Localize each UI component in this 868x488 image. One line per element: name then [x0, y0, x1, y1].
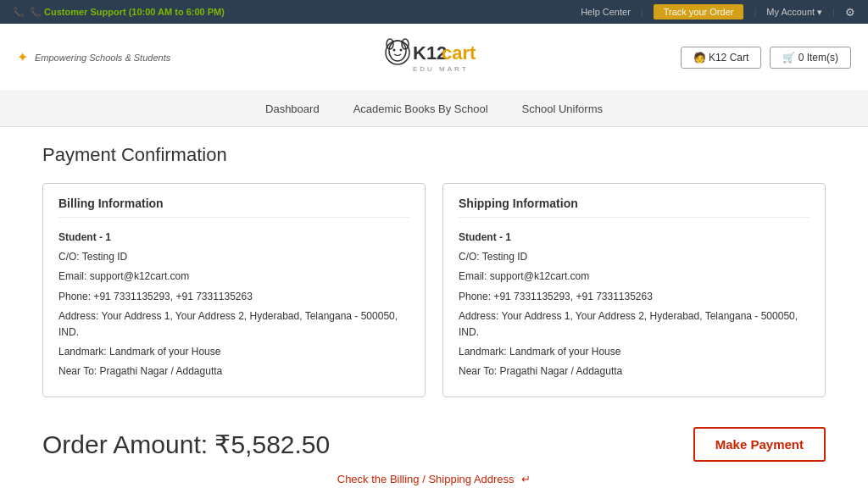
separator-3: |	[832, 7, 835, 17]
settings-icon[interactable]: ⚙	[845, 6, 855, 19]
support-info: 📞 📞 Customer Support (10:00 AM to 6:00 P…	[13, 7, 225, 18]
help-center-link[interactable]: Help Center	[581, 7, 631, 17]
top-bar: 📞 📞 Customer Support (10:00 AM to 6:00 P…	[0, 0, 868, 24]
svg-point-5	[399, 49, 402, 52]
order-row: Order Amount: ₹5,582.50 Make Payment	[42, 419, 826, 466]
main-content: Payment Confirmation Billing Information…	[0, 127, 868, 488]
separator-1: |	[641, 7, 643, 17]
tagline: Empowering Schools & Students	[35, 53, 170, 63]
shipping-near: Near To: Pragathi Nagar / Addagutta	[459, 363, 810, 380]
billing-student: Student - 1	[58, 230, 409, 246]
separator-2: |	[754, 7, 756, 17]
page-title: Payment Confirmation	[42, 144, 826, 166]
star-icon: ✦	[17, 49, 28, 65]
billing-phone: Phone: +91 7331135293, +91 7331135263	[58, 289, 409, 305]
svg-text:cart: cart	[442, 42, 476, 64]
svg-point-1	[389, 41, 406, 61]
shipping-info-box: Shipping Information Student - 1 C/O: Te…	[442, 183, 826, 397]
logo-area[interactable]: K12 cart EDU MART	[362, 34, 489, 80]
nav-bar: Dashboard Academic Books By School Schoo…	[0, 92, 868, 127]
info-row: Billing Information Student - 1 C/O: Tes…	[42, 183, 826, 397]
my-account-menu[interactable]: My Account ▾	[766, 7, 822, 18]
support-label: 📞 Customer Support (10:00 AM to 6:00 PM)	[30, 7, 225, 18]
billing-landmark: Landmark: Landmark of your House	[58, 344, 409, 360]
billing-title: Billing Information	[58, 197, 409, 218]
cart-items-button[interactable]: 🛒 0 Item(s)	[770, 47, 851, 69]
k12cart-button[interactable]: 🧑 K12 Cart	[681, 47, 762, 69]
billing-address: Address: Your Address 1, Your Address 2,…	[58, 308, 409, 341]
billing-email: Email: support@k12cart.com	[58, 269, 409, 285]
order-amount: Order Amount: ₹5,582.50	[42, 430, 330, 459]
billing-co: C/O: Testing ID	[58, 249, 409, 265]
billing-near: Near To: Pragathi Nagar / Addagutta	[58, 363, 409, 380]
shipping-co: C/O: Testing ID	[459, 249, 810, 265]
shipping-phone: Phone: +91 7331135293, +91 7331135263	[459, 289, 810, 305]
shipping-student: Student - 1	[459, 230, 810, 246]
nav-books-by-school[interactable]: Academic Books By School	[353, 94, 488, 124]
svg-point-4	[392, 49, 395, 52]
chevron-down-icon: ▾	[817, 7, 822, 18]
svg-text:EDU MART: EDU MART	[413, 65, 469, 73]
shipping-email: Email: support@k12cart.com	[459, 269, 810, 285]
nav-dashboard[interactable]: Dashboard	[265, 94, 320, 124]
check-message: Check the Billing / Shipping Address ↵ I…	[42, 473, 826, 489]
shipping-title: Shipping Information	[459, 197, 810, 218]
logo-svg: K12 cart EDU MART	[362, 34, 489, 80]
header: ✦ Empowering Schools & Students K12 cart…	[0, 24, 868, 92]
check-line2: Information and Make Payment	[358, 485, 511, 489]
billing-info-box: Billing Information Student - 1 C/O: Tes…	[42, 183, 426, 397]
shipping-landmark: Landmark: Landmark of your House	[459, 344, 810, 360]
header-left: ✦ Empowering Schools & Students	[17, 49, 170, 65]
make-payment-button[interactable]: Make Payment	[693, 427, 826, 462]
header-right: 🧑 K12 Cart 🛒 0 Item(s)	[681, 47, 851, 69]
check-line1: Check the Billing / Shipping Address ↵	[337, 473, 531, 485]
phone-icon: 📞	[13, 7, 25, 18]
arrow-icon: ↵	[521, 473, 531, 485]
track-order-button[interactable]: Track your Order	[654, 4, 744, 19]
nav-uniforms[interactable]: School Uniforms	[522, 94, 603, 124]
shipping-address: Address: Your Address 1, Your Address 2,…	[459, 308, 810, 341]
top-bar-right: Help Center | Track your Order | My Acco…	[581, 4, 855, 19]
